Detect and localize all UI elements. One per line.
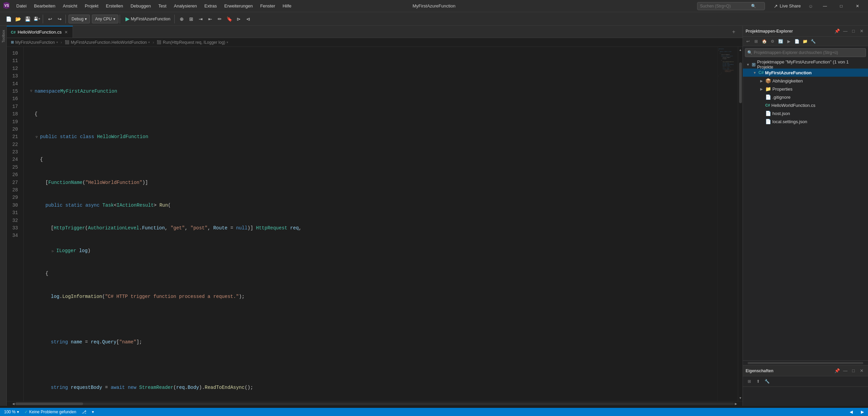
v-scrollbar[interactable]: ▲ ▼ (738, 47, 743, 401)
status-scroll-right[interactable]: ▶ (860, 408, 865, 416)
se-settings-btn[interactable]: ⚙ (769, 38, 776, 45)
menu-erweiterungen[interactable]: Erweiterungen (221, 2, 256, 10)
collapse-13[interactable]: ▽ (35, 135, 39, 140)
se-search-input[interactable] (754, 50, 864, 55)
open-btn[interactable]: 📂 (14, 15, 22, 23)
run-button[interactable]: ▶ MyFirstAzureFunction (123, 15, 173, 23)
undo-btn[interactable]: ↩ (46, 15, 55, 23)
prop-pin-btn[interactable]: 📌 (833, 367, 841, 375)
scroll-down-btn[interactable]: ▼ (738, 396, 743, 400)
zoom-arrow: ▾ (17, 410, 19, 414)
breadcrumb-class[interactable]: ⬛ MyFirstAzureFunction.HelloWorldFunctio… (63, 39, 152, 45)
bookmark-btn[interactable]: 🔖 (225, 15, 234, 23)
collapse-11[interactable]: ▽ (29, 89, 33, 94)
se-files-btn[interactable]: 📄 (793, 38, 801, 45)
menu-test[interactable]: Test (155, 2, 170, 10)
breadcrumb-project[interactable]: ⊞ MyFirstAzureFunction ▾ (9, 39, 59, 45)
indent-btn[interactable]: ⇥ (196, 15, 205, 23)
code-line-23 (29, 361, 717, 368)
se-properties-btn[interactable]: 🔧 (809, 38, 817, 45)
menu-analysieren[interactable]: Analysieren (171, 2, 200, 10)
maximize-button[interactable]: □ (833, 0, 849, 12)
menu-datei[interactable]: Datei (13, 2, 30, 10)
prev-bookmark-btn[interactable]: ⊲ (244, 15, 253, 23)
se-more-btn[interactable]: ▶ (785, 38, 792, 45)
status-git[interactable]: ⎇ (80, 408, 88, 416)
tree-local-settings[interactable]: ▶ 📄 local.settings.json (743, 117, 868, 126)
tree-gitignore[interactable]: ▶ 📄 .gitignore (743, 93, 868, 101)
se-toggle-btn[interactable]: ⊞ (752, 38, 760, 45)
menu-fenster[interactable]: Fenster (257, 2, 278, 10)
feedback-icon[interactable]: ☺ (807, 2, 814, 10)
new-project-btn[interactable]: 📄 (4, 15, 13, 23)
status-problems[interactable]: ✓ Keine Probleme gefunden (23, 408, 78, 416)
prop-filter-btn[interactable]: 🔧 (763, 378, 771, 385)
liveshare-button[interactable]: ↗ Live Share (770, 2, 804, 10)
scroll-up-btn[interactable]: ▲ (738, 48, 743, 52)
menu-ansicht[interactable]: Ansicht (59, 2, 81, 10)
minimap: namespace { public static class { [Funct… (717, 47, 738, 401)
outdent-btn[interactable]: ⇤ (206, 15, 215, 23)
tree-properties[interactable]: ▶ 📁 Properties (743, 85, 868, 93)
minimize-button[interactable]: — (817, 0, 833, 12)
menu-bearbeiten[interactable]: Bearbeiten (31, 2, 59, 10)
code-content[interactable]: ▽namespace MyFirstAzureFunction { ▽publi… (24, 47, 717, 401)
status-scroll-left[interactable]: ◀ (848, 408, 854, 416)
h-scrollbar-thumb[interactable] (15, 402, 83, 405)
search-box[interactable]: 🔍 (697, 2, 765, 10)
attach-btn[interactable]: ⊕ (177, 15, 186, 23)
panel-close-btn[interactable]: ✕ (858, 27, 865, 35)
method-icon: ⬛ (157, 40, 161, 44)
platform-dropdown[interactable]: Any CPU ▾ (92, 15, 118, 23)
status-zoom[interactable]: 100 % ▾ (3, 408, 20, 416)
menu-hilfe[interactable]: Hilfe (279, 2, 295, 10)
search-input[interactable] (700, 4, 751, 8)
next-bookmark-btn[interactable]: ⊳ (234, 15, 243, 23)
prop-minimize-btn[interactable]: — (842, 367, 849, 375)
tree-project[interactable]: ▼ C# MyFirstAzureFunction (743, 69, 868, 77)
save-btn[interactable]: 💾 (23, 15, 32, 23)
tab-helloworld-cs[interactable]: C# HelloWorldFunction.cs ✕ (7, 26, 73, 38)
prop-sort-btn[interactable]: ⬆ (754, 378, 762, 385)
save-all-btn[interactable]: 💾+ (33, 15, 41, 23)
tree-cs-file[interactable]: ▶ C# HelloWorldFunction.cs (743, 101, 868, 109)
panel-maximize-btn[interactable]: □ (850, 27, 857, 35)
panel-minimize-btn[interactable]: — (842, 27, 849, 35)
menu-debuggen[interactable]: Debuggen (127, 2, 154, 10)
comment-btn[interactable]: ✏ (215, 15, 224, 23)
prop-list-btn[interactable]: ⊞ (746, 378, 753, 385)
se-h-scrollbar[interactable] (743, 360, 868, 365)
menu-erstellen[interactable]: Erstellen (102, 2, 126, 10)
se-filter-btn[interactable]: 🔄 (777, 38, 784, 45)
menu-projekt[interactable]: Projekt (81, 2, 102, 10)
format-btn[interactable]: ⊞ (187, 15, 196, 23)
window-title: MyFirstAzureFunction (413, 3, 455, 8)
menu-extras[interactable]: Extras (201, 2, 220, 10)
collapse-18[interactable]: ▷ (51, 249, 55, 254)
no-problems-label: Keine Probleme gefunden (29, 410, 76, 414)
se-refresh-btn[interactable]: ↩ (744, 38, 752, 45)
prop-close-btn[interactable]: ✕ (858, 367, 865, 375)
tree-dependencies[interactable]: ▶ 📦 Abhängigkeiten (743, 77, 868, 85)
debug-config-dropdown[interactable]: Debug ▾ (68, 15, 90, 23)
h-scroll-left-btn[interactable]: ◀ (12, 401, 15, 406)
dependencies-label: Abhängigkeiten (772, 78, 803, 83)
se-all-files-btn[interactable]: 📁 (801, 38, 809, 45)
solution-icon: ⊞ (752, 62, 756, 67)
se-home-btn[interactable]: 🏠 (761, 38, 768, 45)
new-tab-btn[interactable]: + (730, 29, 737, 35)
h-scroll-right-btn[interactable]: ▶ (734, 401, 738, 406)
breadcrumb-method[interactable]: ⬛ Run(HttpRequest req, ILogger log) ▾ (155, 39, 230, 45)
prop-maximize-btn[interactable]: □ (850, 367, 857, 375)
h-scrollbar[interactable]: ◀ ▶ (7, 401, 743, 406)
solution-explorer-search[interactable]: 🔍 (745, 48, 866, 57)
tree-solution[interactable]: ▼ ⊞ Projektmappe "MyFirstAzureFunction" … (743, 60, 868, 69)
pin-btn[interactable]: 📌 (833, 27, 841, 35)
close-button[interactable]: ✕ (850, 0, 865, 12)
tab-close-btn[interactable]: ✕ (64, 29, 68, 35)
tree-host-json[interactable]: ▶ 📄 host.json (743, 109, 868, 117)
redo-btn[interactable]: ↪ (55, 15, 64, 23)
v-scrollbar-thumb[interactable] (739, 62, 742, 103)
status-arrow-down[interactable]: ▾ (91, 408, 95, 416)
code-editor[interactable]: 10 11 12 13 14 15 16 17 18 19 20 21 22 2… (7, 47, 743, 401)
